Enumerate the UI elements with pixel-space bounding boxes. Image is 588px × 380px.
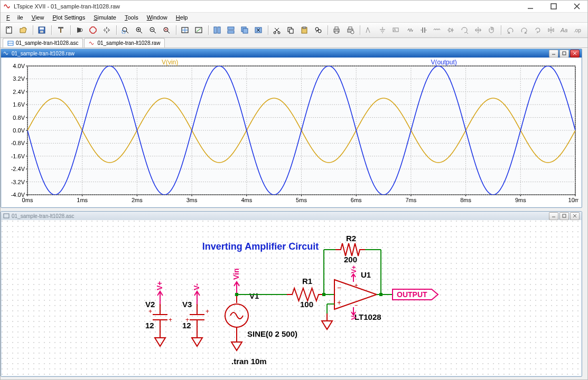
menu-view[interactable]: View [28,14,48,21]
halt-icon[interactable] [87,24,99,37]
print-setup-icon[interactable] [344,24,357,37]
menu-file[interactable]: File [3,14,27,21]
close-all-icon[interactable] [252,24,265,37]
svg-text:1.6V: 1.6V [13,101,25,108]
svg-line-22 [154,31,156,33]
hammer-icon[interactable] [54,24,67,37]
panel-maximize-button[interactable] [559,50,569,58]
drag-icon[interactable] [486,24,498,37]
svg-rect-10 [58,27,63,28]
spice-directive-icon[interactable]: .op [572,24,585,37]
print-icon[interactable] [330,24,343,37]
open-icon[interactable] [17,24,30,37]
waveform-tab-icon [89,40,95,46]
svg-rect-50 [335,31,338,33]
tab-waveform[interactable]: 01_sample-tran-lt1028.raw [84,38,165,48]
run-icon[interactable] [73,24,86,37]
schematic-panel-title: 01_sample-tran-lt1028.asc [12,213,549,219]
place-text-icon[interactable]: Aa [558,24,571,37]
tile-horz-icon[interactable] [225,24,237,37]
tile-windows-icon[interactable] [211,24,223,37]
tab-schematic[interactable]: 01_sample-tran-lt1028.asc [3,38,83,48]
svg-rect-32 [228,27,234,30]
svg-text:V(output): V(output) [431,59,456,66]
rotate-icon[interactable] [531,24,544,37]
schematic-panel-titlebar[interactable]: 01_sample-tran-lt1028.asc [1,212,582,220]
panel-minimize-button[interactable] [549,212,558,220]
svg-rect-8 [40,31,43,33]
svg-text:−: − [354,302,358,308]
resistor-icon[interactable] [404,24,416,37]
app-icon [4,3,11,10]
zoom-out-icon[interactable] [146,24,159,37]
minimize-button[interactable] [523,2,538,11]
svg-text:3ms: 3ms [186,197,198,203]
waveform-panel-titlebar[interactable]: 01_sample-tran-lt1028.raw [1,49,582,58]
svg-rect-152 [563,214,566,217]
schematic-panel-icon [3,213,10,219]
panel-minimize-button[interactable] [549,50,558,58]
toolbar: A Aa .op [1,23,587,38]
zoom-extents-icon[interactable] [160,24,173,37]
label-net-icon[interactable]: A [390,24,403,37]
svg-line-18 [140,31,142,33]
capacitor-icon[interactable] [417,24,430,37]
search-icon[interactable] [312,24,324,37]
svg-text:R2: R2 [346,234,356,243]
ground-icon[interactable] [376,24,389,37]
svg-text:200: 200 [344,255,357,264]
panel-maximize-button[interactable] [559,212,569,220]
inductor-icon[interactable] [431,24,444,37]
toolbar-separator [266,24,269,36]
menu-help[interactable]: Help [172,14,192,21]
paste-icon[interactable] [298,24,311,37]
cascade-icon[interactable] [238,24,251,37]
redo-icon[interactable] [518,24,530,37]
zoom-area-icon[interactable] [119,24,132,37]
new-schematic-icon[interactable] [3,24,16,37]
toolbar-separator [326,24,329,36]
menu-plot[interactable]: Plot Settings [49,14,89,21]
panel-close-button[interactable] [570,50,580,58]
autorange-y-icon[interactable] [179,24,191,37]
svg-text:-1.6V: -1.6V [11,153,25,159]
tab-schematic-label: 01_sample-tran-lt1028.asc [16,40,78,46]
svg-text:100: 100 [300,300,313,309]
svg-text:V-: V- [350,314,358,320]
copy-icon[interactable] [284,24,297,37]
autorange-x-icon[interactable] [192,24,205,37]
undo-icon[interactable] [504,24,517,37]
close-button[interactable] [570,2,584,11]
menu-tools[interactable]: Tools [121,14,142,21]
svg-text:2.4V: 2.4V [13,89,25,95]
svg-text:+: + [169,316,172,324]
mirror-icon[interactable] [545,24,558,37]
schematic-panel: 01_sample-tran-lt1028.asc Inverting Ampl… [1,211,582,377]
title-bar[interactable]: LTspice XVII - 01_sample-tran-lt1028.raw [1,1,587,13]
svg-marker-184 [231,342,242,350]
move-icon[interactable] [472,24,484,37]
menu-simulate[interactable]: Simulate [90,14,120,21]
tab-waveform-label: 01_sample-tran-lt1028.raw [97,40,160,46]
svg-text:+: + [206,308,209,315]
svg-marker-173 [155,338,165,346]
diode-icon[interactable] [444,24,457,37]
zoom-in-icon[interactable] [133,24,145,37]
panel-close-button[interactable] [570,212,580,220]
pan-icon[interactable] [100,24,113,37]
cut-icon[interactable] [270,24,283,37]
svg-rect-44 [303,27,306,28]
save-icon[interactable] [35,24,48,37]
svg-text:6ms: 6ms [351,197,362,203]
svg-rect-150 [4,214,9,218]
svg-text:U1: U1 [361,270,371,279]
mdi-client: 01_sample-tran-lt1028.raw 4.0V3.2V2.4V1.… [1,48,587,380]
draw-wire-icon[interactable] [363,24,376,37]
svg-rect-33 [228,31,234,33]
plot-area[interactable]: 4.0V3.2V2.4V1.6V0.8V0.0V-0.8V-1.6V-2.4V-… [4,59,578,205]
maximize-button[interactable] [546,2,561,11]
svg-rect-77 [563,52,566,55]
schematic-canvas[interactable]: Inverting Amplifier CircuitV212++V312++V… [2,221,581,376]
component-icon[interactable] [458,24,471,37]
menu-window[interactable]: Window [143,14,171,21]
